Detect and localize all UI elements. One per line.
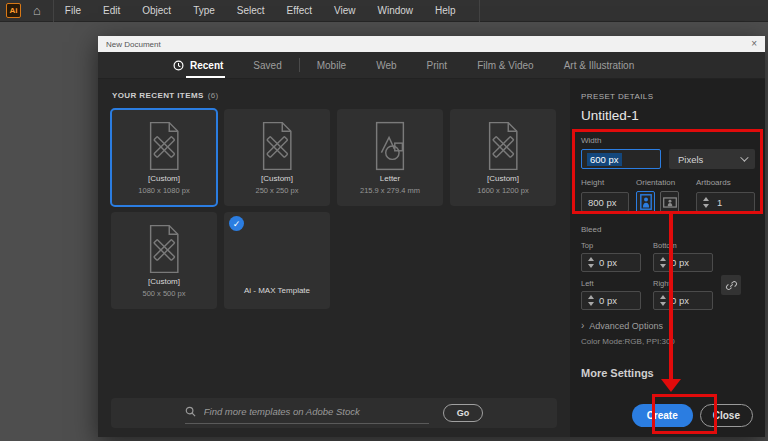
card-title: [Custom] — [487, 174, 519, 183]
tab-film-video[interactable]: Film & Video — [462, 52, 549, 78]
recent-card-custom-1600[interactable]: [Custom] 1600 x 1200 px — [450, 109, 556, 206]
menu-effect[interactable]: Effect — [276, 0, 323, 22]
orientation-portrait-button[interactable] — [636, 191, 655, 213]
dialog-title: New Document — [106, 40, 161, 49]
menu-file[interactable]: File — [54, 0, 92, 22]
go-button[interactable]: Go — [443, 404, 484, 422]
menu-object[interactable]: Object — [131, 0, 182, 22]
tab-label: Web — [376, 60, 396, 71]
units-dropdown[interactable]: Pixels — [669, 149, 755, 169]
artboards-value: 1 — [717, 197, 722, 208]
bleed-left-input[interactable]: 0 px — [581, 291, 641, 310]
tab-art-illustration[interactable]: Art & Illustration — [549, 52, 650, 78]
chevron-down-icon — [740, 153, 748, 161]
tab-saved[interactable]: Saved — [238, 52, 296, 78]
menu-type[interactable]: Type — [182, 0, 226, 22]
tab-print[interactable]: Print — [412, 52, 463, 78]
bleed-right-label: Right — [653, 279, 713, 288]
bleed-bottom-input[interactable]: 0 px — [653, 253, 713, 272]
tab-recent[interactable]: Recent — [158, 52, 238, 78]
check-badge-icon: ✓ — [229, 216, 244, 231]
bleed-label: Bleed — [581, 225, 755, 234]
card-dimensions: 250 x 250 px — [256, 186, 299, 195]
tab-label: Film & Video — [477, 60, 534, 71]
landscape-icon — [663, 197, 677, 208]
bleed-bottom-label: Bottom — [653, 241, 713, 250]
card-dimensions: 1080 x 1080 px — [138, 186, 189, 195]
height-input[interactable]: 800 px — [581, 192, 629, 212]
custom-document-icon — [143, 109, 185, 174]
close-button[interactable]: Close — [700, 404, 753, 427]
bleed-top-value: 0 px — [599, 257, 617, 268]
height-label: Height — [581, 178, 636, 187]
menu-help[interactable]: Help — [424, 0, 467, 22]
bleed-top-input[interactable]: 0 px — [581, 253, 641, 272]
recent-card-custom-250[interactable]: [Custom] 250 x 250 px — [224, 109, 330, 206]
menu-window[interactable]: Window — [367, 0, 425, 22]
recent-items-grid: [Custom] 1080 x 1080 px [Custom] 250 x 2… — [111, 109, 556, 309]
height-value: 800 px — [588, 197, 617, 208]
new-document-dialog: New Document × Recent Saved Mobile Web P… — [98, 36, 765, 437]
card-dimensions: 1600 x 1200 px — [477, 186, 528, 195]
preset-details-heading: PRESET DETAILS — [581, 92, 755, 101]
letter-document-icon — [369, 109, 411, 174]
stepper-arrows-icon[interactable] — [582, 295, 599, 306]
stepper-arrows-icon[interactable] — [654, 257, 671, 268]
search-icon — [185, 403, 196, 421]
tab-label: Print — [427, 60, 448, 71]
preset-details-panel: PRESET DETAILS Untitled-1 Width 600 px P… — [570, 79, 765, 437]
more-settings-link[interactable]: More Settings — [581, 367, 755, 379]
card-title: [Custom] — [261, 174, 293, 183]
custom-document-icon — [143, 212, 185, 277]
advanced-options-label: Advanced Options — [589, 321, 663, 331]
card-dimensions: 500 x 500 px — [143, 289, 186, 298]
recent-items-pane: YOUR RECENT ITEMS(6) [Custom] 1080 x 108… — [98, 79, 570, 437]
units-selected-value: Pixels — [678, 154, 703, 165]
create-button[interactable]: Create — [632, 404, 693, 427]
tab-mobile[interactable]: Mobile — [302, 52, 361, 78]
clock-icon — [173, 60, 184, 71]
document-name-field[interactable]: Untitled-1 — [581, 108, 755, 123]
recent-items-count: (6) — [208, 91, 219, 100]
tab-separator — [299, 58, 300, 72]
illustrator-logo-icon: Ai — [6, 3, 21, 18]
tab-label: Art & Illustration — [564, 60, 635, 71]
dialog-titlebar: New Document × — [98, 36, 765, 52]
tab-label: Mobile — [317, 60, 346, 71]
recent-card-custom-500[interactable]: [Custom] 500 x 500 px — [111, 212, 217, 309]
stepper-arrows-icon[interactable] — [654, 295, 671, 306]
orientation-landscape-button[interactable] — [660, 191, 679, 213]
preset-category-tabs: Recent Saved Mobile Web Print Film & Vid… — [98, 52, 765, 79]
bleed-left-value: 0 px — [599, 295, 617, 306]
stock-search-input[interactable] — [204, 406, 429, 417]
artboards-stepper[interactable]: 1 — [696, 192, 755, 212]
tab-web[interactable]: Web — [361, 52, 411, 78]
card-dimensions: 215.9 x 279.4 mm — [360, 186, 420, 195]
width-input[interactable]: 600 px — [581, 149, 661, 169]
advanced-options-toggle[interactable]: › Advanced Options — [581, 321, 755, 331]
color-mode-summary: Color Mode:RGB, PPI:300 — [581, 337, 755, 346]
width-label: Width — [581, 136, 755, 145]
card-title: [Custom] — [148, 277, 180, 286]
recent-card-letter[interactable]: Letter 215.9 x 279.4 mm — [337, 109, 443, 206]
stock-search-field — [185, 403, 429, 424]
stepper-arrows-icon[interactable] — [697, 197, 714, 208]
menu-select[interactable]: Select — [226, 0, 276, 22]
bleed-right-input[interactable]: 0 px — [653, 291, 713, 310]
bleed-bottom-value: 0 px — [671, 257, 689, 268]
artboards-label: Artboards — [696, 178, 731, 187]
recent-card-ai-max-template[interactable]: ✓ Ai - MAX Template — [224, 212, 330, 309]
bleed-left-label: Left — [581, 279, 641, 288]
dialog-close-icon[interactable]: × — [751, 39, 757, 49]
home-icon[interactable]: ⌂ — [33, 4, 41, 17]
recent-items-heading-text: YOUR RECENT ITEMS — [112, 91, 204, 100]
portrait-icon — [640, 194, 652, 210]
width-value: 600 px — [587, 153, 622, 166]
menu-bar: Ai ⌂ File Edit Object Type Select Effect… — [0, 0, 768, 22]
menu-edit[interactable]: Edit — [92, 0, 131, 22]
stepper-arrows-icon[interactable] — [582, 257, 599, 268]
tab-label: Saved — [253, 60, 281, 71]
menu-view[interactable]: View — [323, 0, 367, 22]
recent-card-custom-1080[interactable]: [Custom] 1080 x 1080 px — [111, 109, 217, 206]
bleed-link-values-button[interactable] — [721, 275, 741, 295]
